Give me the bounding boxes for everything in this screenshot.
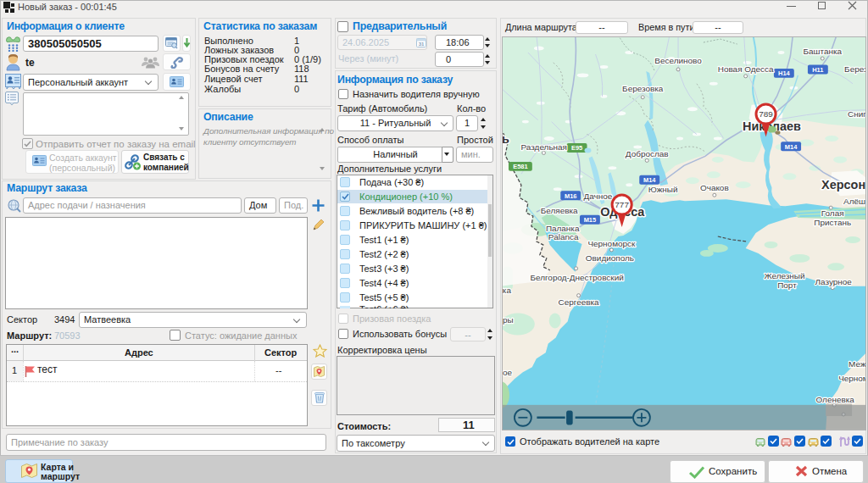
svg-text:Южный: Южный xyxy=(648,185,678,194)
svg-text:Palanca: Palanca xyxy=(548,232,579,242)
svg-text:Порт: Порт xyxy=(777,280,797,290)
svg-text:Баштанка: Баштанка xyxy=(803,47,842,56)
svg-text:Овидиополь: Овидиополь xyxy=(586,253,634,263)
svg-text:Березовка: Березовка xyxy=(622,84,664,93)
svg-text:M14: M14 xyxy=(785,143,798,151)
svg-text:Снигиревка: Снигиревка xyxy=(848,109,866,119)
svg-text:M16: M16 xyxy=(565,192,577,200)
svg-text:Веселиново: Веселиново xyxy=(654,56,702,65)
svg-text:Беляевка: Беляевка xyxy=(541,206,578,215)
svg-text:ры: ры xyxy=(503,315,514,325)
svg-text:Пристань: Пристань xyxy=(814,218,851,227)
svg-text:Затока: Затока xyxy=(502,286,511,295)
svg-text:Лазурное: Лазурное xyxy=(815,277,853,286)
svg-text:H11: H11 xyxy=(812,66,823,74)
svg-text:Сергеевка: Сергеевка xyxy=(559,297,600,307)
svg-text:H14: H14 xyxy=(778,69,791,77)
svg-text:Черноморское: Черноморское xyxy=(838,374,866,383)
svg-text:E581: E581 xyxy=(513,163,527,170)
svg-text:M15: M15 xyxy=(584,216,597,224)
svg-text:E95: E95 xyxy=(571,144,582,152)
svg-text:Межводное: Межводное xyxy=(849,359,866,369)
svg-text:Херсон: Херсон xyxy=(821,178,865,192)
svg-text:789: 789 xyxy=(759,109,773,119)
svg-text:Березнеговатое: Березнеговатое xyxy=(844,64,866,74)
svg-text:Тирасполь: Тирасполь xyxy=(502,132,509,146)
svg-text:Дачное: Дачное xyxy=(584,192,613,201)
svg-text:777: 777 xyxy=(615,200,629,209)
svg-text:Очаков: Очаков xyxy=(700,183,729,192)
svg-text:Доброслав: Доброслав xyxy=(626,149,669,158)
svg-text:Черноморск: Черноморск xyxy=(587,239,636,248)
svg-text:Оленевка: Оленевка xyxy=(815,395,854,404)
svg-text:Голая: Голая xyxy=(821,208,844,218)
svg-text:Новая Одесса: Новая Одесса xyxy=(718,64,774,74)
svg-text:31: 31 xyxy=(419,42,425,47)
svg-text:Железный: Железный xyxy=(764,271,804,280)
svg-text:Белгород-Днестровский: Белгород-Днестровский xyxy=(530,273,623,282)
svg-text:ое: ое xyxy=(503,368,513,377)
svg-text:M14: M14 xyxy=(643,176,656,184)
svg-text:Алёшки: Алёшки xyxy=(843,197,866,206)
svg-text:Раздельная: Раздельная xyxy=(521,142,567,152)
